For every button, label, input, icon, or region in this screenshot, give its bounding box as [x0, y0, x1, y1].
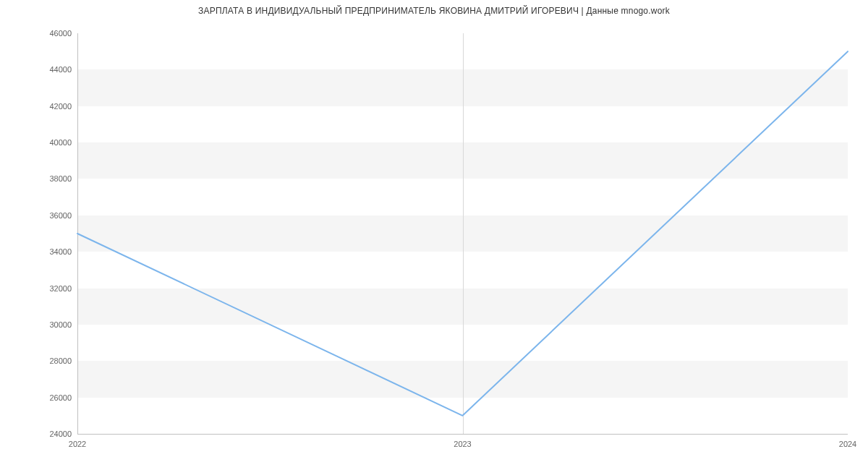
y-tick-label: 40000 [49, 138, 72, 147]
y-tick-label: 38000 [49, 174, 72, 183]
y-tick-label: 26000 [49, 393, 72, 402]
y-tick-label: 36000 [49, 211, 72, 220]
y-tick-label: 32000 [49, 284, 72, 293]
y-tick-label: 44000 [49, 65, 72, 74]
plot-area: 2400026000280003000032000340003600038000… [77, 33, 848, 434]
y-tick-label: 42000 [49, 102, 72, 111]
y-tick-label: 46000 [49, 29, 72, 38]
y-tick-label: 28000 [49, 356, 72, 365]
series-line [77, 51, 848, 416]
chart-title: ЗАРПЛАТА В ИНДИВИДУАЛЬНЫЙ ПРЕДПРИНИМАТЕЛ… [0, 6, 868, 16]
y-tick-label: 34000 [49, 247, 72, 256]
y-tick-label: 24000 [49, 430, 72, 438]
x-tick-label: 2023 [454, 440, 471, 448]
x-tick-label: 2024 [839, 440, 856, 448]
line-series-layer [77, 33, 848, 434]
chart-container: ЗАРПЛАТА В ИНДИВИДУАЛЬНЫЙ ПРЕДПРИНИМАТЕЛ… [0, 0, 868, 470]
y-tick-label: 30000 [49, 320, 72, 329]
x-axis-line [77, 434, 848, 435]
x-tick-label: 2022 [69, 440, 86, 448]
